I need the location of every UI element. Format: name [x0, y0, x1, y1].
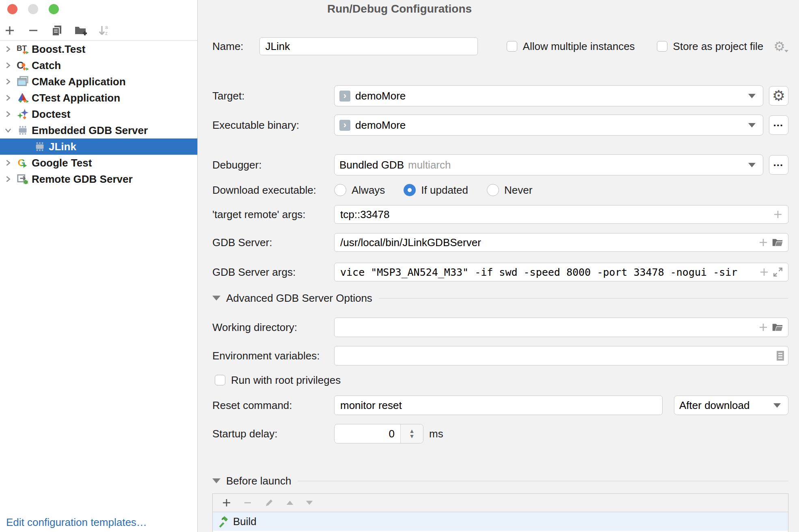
radio-circle-selected	[404, 184, 416, 196]
folder-icon[interactable]	[772, 237, 783, 248]
add-configuration-icon[interactable]	[3, 24, 16, 37]
collapse-triangle-icon[interactable]	[212, 478, 220, 483]
startup-delay-stepper[interactable]: 0 ▲ ▼	[334, 424, 423, 443]
target-remote-args-label: 'target remote' args:	[212, 208, 334, 221]
name-input[interactable]: JLink	[259, 37, 478, 55]
move-down-icon[interactable]	[305, 499, 313, 507]
executable-binary-label: Executable binary:	[212, 119, 334, 132]
add-icon[interactable]	[773, 209, 783, 220]
radio-if-updated[interactable]: If updated	[404, 184, 468, 197]
chevron-right-icon[interactable]	[4, 175, 16, 183]
tree-item-label: Remote GDB Server	[32, 173, 133, 186]
sidebar-item-ctest-application[interactable]: CTest Application	[0, 90, 197, 106]
debugger-variant: multiarch	[408, 159, 451, 171]
folder-icon[interactable]	[772, 322, 783, 333]
chevron-right-icon[interactable]	[4, 45, 16, 53]
sidebar-item-embedded-gdb-server[interactable]: Embedded GDB Server	[0, 122, 197, 138]
sidebar-item-jlink[interactable]: JLink	[0, 138, 197, 155]
chevron-right-icon[interactable]	[4, 110, 16, 118]
chevron-right-icon[interactable]	[4, 94, 16, 102]
target-label: Target:	[212, 90, 334, 102]
advanced-section-title: Advanced GDB Server Options	[226, 292, 372, 305]
debugger-browse-button[interactable]: •••	[769, 155, 788, 175]
new-folder-icon[interactable]	[74, 24, 87, 37]
reset-command-input[interactable]: monitor reset	[334, 396, 663, 415]
svg-text:a: a	[105, 24, 108, 30]
reset-command-label: Reset command:	[212, 399, 334, 412]
configurations-sidebar: a z BT Boost.Test	[0, 0, 198, 532]
chevron-right-icon[interactable]	[4, 61, 16, 69]
sidebar-item-catch[interactable]: C Catch	[0, 57, 197, 74]
svg-text:z: z	[105, 30, 108, 36]
gdb-server-args-input[interactable]: vice "MSP3_AN524_M33" -if swd -speed 800…	[334, 263, 788, 281]
target-dropdown[interactable]: › demoMore	[334, 85, 763, 106]
working-directory-label: Working directory:	[212, 321, 334, 334]
download-executable-label: Download executable:	[212, 184, 334, 197]
stepper-arrows[interactable]: ▲ ▼	[400, 424, 423, 443]
sidebar-toolbar: a z	[0, 20, 197, 41]
add-icon[interactable]	[758, 237, 769, 248]
target-value: demoMore	[355, 90, 406, 102]
remove-task-icon[interactable]	[243, 498, 253, 508]
tree-item-label: JLink	[49, 141, 76, 153]
cmake-application-icon	[16, 75, 29, 88]
run-with-root-privileges-checkbox[interactable]	[215, 375, 225, 385]
target-remote-args-input[interactable]: tcp::33478	[334, 205, 788, 224]
name-value: JLink	[266, 40, 290, 53]
debugger-dropdown[interactable]: Bundled GDB multiarch	[334, 154, 763, 175]
startup-delay-label: Startup delay:	[212, 428, 334, 440]
tree-item-label: Embedded GDB Server	[32, 124, 148, 137]
radio-never[interactable]: Never	[487, 184, 532, 197]
copy-configuration-icon[interactable]	[50, 24, 63, 37]
edit-task-icon[interactable]	[264, 497, 274, 508]
tree-item-label: Google Test	[32, 157, 92, 169]
before-launch-task-build[interactable]: Build	[213, 512, 788, 531]
configuration-tree: BT Boost.Test C	[0, 41, 197, 187]
allow-multiple-instances-checkbox[interactable]	[507, 41, 517, 52]
gdb-server-value: /usr/local/bin/JLinkGDBServer	[340, 236, 481, 249]
startup-delay-value: 0	[335, 424, 400, 443]
edit-configuration-templates-link[interactable]: Edit configuration templates…	[6, 516, 147, 529]
debugger-label: Debugger:	[212, 159, 334, 171]
advanced-gdb-options-section[interactable]: Advanced GDB Server Options	[212, 292, 788, 304]
collapse-triangle-icon[interactable]	[212, 296, 220, 301]
doctest-icon	[16, 108, 29, 121]
run-debug-configurations-dialog: a z BT Boost.Test	[0, 0, 799, 532]
svg-text:BT: BT	[17, 44, 27, 52]
gdb-server-args-value: vice "MSP3_AN524_M33" -if swd -speed 800…	[340, 266, 737, 278]
store-options-gear-icon[interactable]: ⚙	[773, 40, 788, 53]
sort-alphabetically-icon[interactable]: a z	[97, 24, 110, 37]
add-icon[interactable]	[758, 322, 769, 333]
sidebar-item-boost-test[interactable]: BT Boost.Test	[0, 41, 197, 57]
expand-icon[interactable]	[773, 267, 783, 277]
reset-command-value: monitor reset	[340, 399, 402, 412]
add-task-icon[interactable]	[222, 498, 231, 508]
sidebar-item-remote-gdb-server[interactable]: Remote GDB Server	[0, 171, 197, 187]
before-launch-section[interactable]: Before launch	[212, 475, 788, 487]
sidebar-item-google-test[interactable]: G Google Test	[0, 155, 197, 171]
tree-item-label: Catch	[32, 59, 61, 72]
executable-binary-dropdown[interactable]: › demoMore	[334, 115, 763, 136]
environment-variables-input[interactable]	[334, 346, 788, 365]
sidebar-item-doctest[interactable]: Doctest	[0, 106, 197, 122]
target-settings-button[interactable]: ⚙	[769, 86, 788, 106]
chip-icon	[16, 124, 29, 137]
chevron-right-icon[interactable]	[4, 78, 16, 86]
chevron-down-icon[interactable]	[4, 126, 16, 134]
gdb-server-input[interactable]: /usr/local/bin/JLinkGDBServer	[334, 233, 788, 252]
startup-delay-unit: ms	[429, 428, 443, 440]
chevron-right-icon[interactable]	[4, 159, 16, 167]
store-as-project-file-checkbox[interactable]	[657, 41, 667, 52]
sidebar-item-cmake-application[interactable]: CMake Application	[0, 74, 197, 90]
working-directory-input[interactable]	[334, 318, 788, 337]
executable-browse-button[interactable]: •••	[769, 115, 788, 135]
edit-variables-icon[interactable]	[776, 350, 785, 361]
radio-always[interactable]: Always	[334, 184, 385, 197]
chevron-down-icon	[773, 403, 781, 408]
stepper-down-icon[interactable]: ▼	[409, 434, 415, 439]
reset-mode-dropdown[interactable]: After download	[674, 396, 788, 415]
move-up-icon[interactable]	[286, 499, 294, 507]
title-bar: Run/Debug Configurations	[0, 0, 799, 18]
remove-configuration-icon[interactable]	[27, 24, 40, 37]
add-icon[interactable]	[759, 267, 769, 277]
